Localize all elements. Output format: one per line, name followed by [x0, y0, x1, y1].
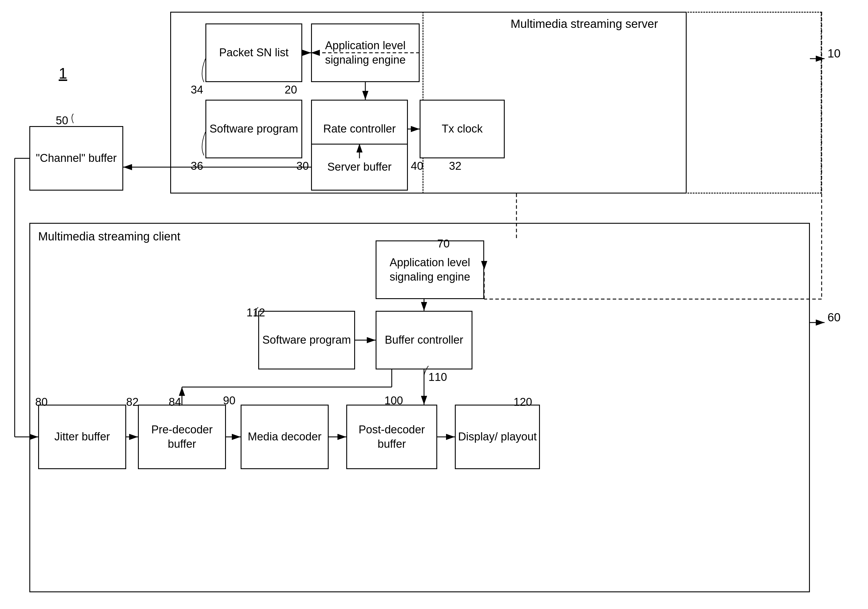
software-program-client-number: 112: [246, 306, 265, 319]
software-program-client-box: Software program: [258, 311, 355, 369]
post-decoder-buffer-box: Post-decoder buffer: [346, 405, 437, 469]
jitter-buffer-number: 80: [35, 396, 48, 408]
app-signaling-engine-client-box: Application level signaling engine: [376, 240, 484, 299]
packet-sn-list-number: 34: [191, 83, 203, 96]
server-buffer-box: Server buffer: [311, 144, 408, 190]
software-program-server-number: 36: [191, 160, 203, 172]
tx-clock-number: 32: [449, 160, 461, 172]
app-signaling-engine-server-box: Application level signaling engine: [311, 23, 420, 82]
display-playout-number: 120: [513, 396, 532, 408]
server-buffer-number: 40: [411, 160, 423, 172]
pre-decoder-buffer-number-82: 82: [126, 396, 138, 408]
pre-decoder-buffer-box: Pre-decoder buffer: [138, 405, 226, 469]
multimedia-streaming-client-label: Multimedia streaming client: [38, 229, 180, 244]
app-signaling-engine-server-number: 20: [285, 83, 297, 96]
packet-sn-list-box: Packet SN list: [205, 23, 302, 82]
multimedia-streaming-server-label: Multimedia streaming server: [511, 16, 658, 31]
app-signaling-engine-client-number: 70: [437, 238, 450, 250]
server-number-10: 10: [828, 47, 841, 60]
display-playout-box: Display/ playout: [455, 405, 540, 469]
media-decoder-box: Media decoder: [240, 405, 329, 469]
client-number-60: 60: [828, 311, 841, 324]
diagram: 1 Multimedia streaming server 10 Packet …: [0, 0, 868, 609]
server-region-number: 1: [59, 65, 67, 82]
media-decoder-number: 90: [223, 394, 236, 407]
post-decoder-buffer-number: 100: [384, 394, 403, 407]
pre-decoder-buffer-number-84: 84: [169, 396, 181, 408]
buffer-controller-box: Buffer controller: [376, 311, 473, 369]
tx-clock-box: Tx clock: [420, 100, 505, 158]
channel-buffer-box: "Channel" buffer: [29, 126, 123, 190]
jitter-buffer-box: Jitter buffer: [38, 405, 126, 469]
buffer-controller-number: 110: [428, 371, 447, 383]
rate-controller-number: 30: [296, 160, 309, 172]
channel-buffer-number: 50: [56, 114, 68, 127]
software-program-server-box: Software program: [205, 100, 302, 158]
